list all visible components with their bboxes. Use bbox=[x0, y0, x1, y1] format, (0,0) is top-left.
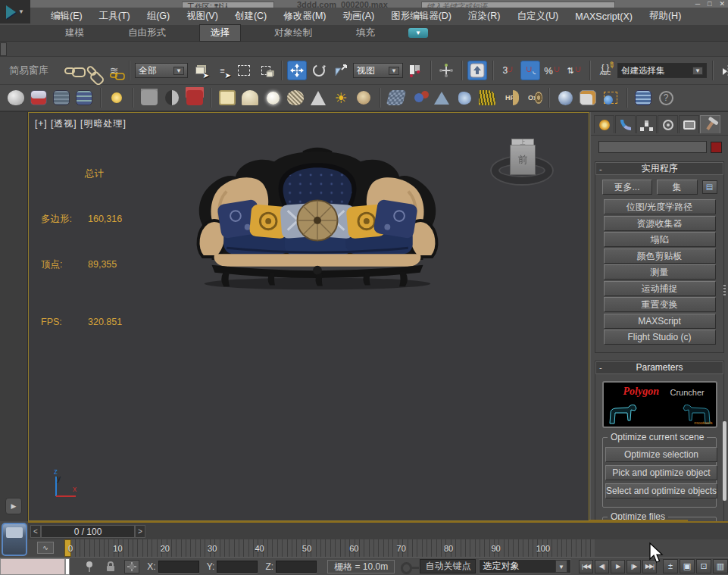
panel-scrollbar[interactable] bbox=[723, 421, 726, 501]
ribbon-tab-1[interactable]: 自由形式 bbox=[117, 25, 177, 41]
x-coordinate-field[interactable] bbox=[158, 561, 199, 573]
menu-item-9[interactable]: 自定义(U) bbox=[508, 8, 567, 25]
zoom-extents-selected-icon[interactable]: ⊡ bbox=[696, 559, 711, 573]
utility-button-3[interactable]: 颜色剪贴板 bbox=[604, 248, 716, 264]
foliage-icon[interactable] bbox=[477, 88, 497, 108]
optimize-button-1[interactable]: Pick and optimize object bbox=[605, 465, 717, 480]
space-warp-icon[interactable] bbox=[432, 88, 451, 108]
window-close-icon[interactable]: ✕ bbox=[719, 0, 725, 8]
select-and-move-icon[interactable] bbox=[287, 61, 307, 80]
window-crossing-icon[interactable] bbox=[256, 61, 276, 80]
sun-light-icon[interactable]: ☀ bbox=[331, 88, 351, 108]
playback-button-3[interactable]: ||▶ bbox=[626, 560, 641, 573]
utilities-rollout-header[interactable]: - 实用程序 bbox=[595, 162, 723, 175]
utility-button-8[interactable]: Flight Studio (c) bbox=[604, 330, 716, 345]
menu-item-5[interactable]: 修改器(M) bbox=[275, 8, 334, 25]
viewport-menu-pov[interactable]: [透视] bbox=[51, 118, 77, 129]
zoom-extents-icon[interactable]: ▣ bbox=[680, 559, 695, 573]
spinner-snap-icon[interactable]: ⇅∩ bbox=[564, 61, 584, 80]
menu-item-11[interactable]: 帮助(H) bbox=[641, 8, 689, 25]
tab-motion[interactable] bbox=[658, 115, 678, 133]
ribbon-tab-3[interactable]: 对象绘制 bbox=[264, 25, 323, 41]
viewcube-top-face[interactable]: 上 bbox=[511, 139, 534, 145]
pan-view-icon[interactable]: ▥ bbox=[713, 559, 728, 573]
spot-light-icon[interactable] bbox=[308, 88, 328, 108]
unlink-selection-icon[interactable] bbox=[82, 61, 102, 80]
material-map-navigator-icon[interactable] bbox=[578, 88, 598, 108]
area-light-icon[interactable] bbox=[217, 88, 237, 108]
max-logo[interactable]: ▼ bbox=[0, 0, 30, 23]
viewcube[interactable]: 前 上 bbox=[490, 139, 557, 187]
render-setup-icon[interactable] bbox=[52, 88, 71, 108]
ribbon-tab-0[interactable]: 建模 bbox=[55, 25, 95, 41]
track-bar[interactable]: ∿ 0102030405060708090100 bbox=[28, 539, 728, 557]
playback-button-0[interactable]: |◀◀ bbox=[579, 560, 593, 573]
noise-flower-icon[interactable] bbox=[455, 88, 474, 108]
maxscript-listener-edit[interactable] bbox=[65, 558, 70, 575]
zoom-mode-icon[interactable]: ± bbox=[663, 559, 678, 573]
sky-light-icon[interactable] bbox=[354, 88, 373, 108]
menu-item-3[interactable]: 视图(V) bbox=[178, 8, 227, 25]
maxscript-mini-listener[interactable] bbox=[0, 558, 65, 575]
select-and-manipulate-icon[interactable] bbox=[436, 61, 456, 80]
configure-button-sets-icon[interactable]: ▤ bbox=[702, 180, 717, 194]
key-filter-dropdown[interactable]: 选定对象▼ bbox=[479, 559, 571, 573]
camera-light-icon[interactable] bbox=[162, 88, 182, 108]
menu-item-6[interactable]: 动画(A) bbox=[334, 8, 383, 25]
set-keys-icon[interactable] bbox=[401, 562, 412, 574]
tab-modify[interactable] bbox=[615, 115, 636, 133]
percent-snap-icon[interactable]: %∩ bbox=[542, 61, 562, 80]
selection-filter-dropdown[interactable]: 全部▼ bbox=[135, 63, 188, 78]
named-selection-sets-dropdown[interactable]: 创建选择集▼ bbox=[617, 63, 707, 78]
menu-item-4[interactable]: 创建(C) bbox=[227, 8, 275, 25]
auto-key-button[interactable]: 自动关键点 bbox=[420, 559, 476, 573]
sphere-light-icon[interactable] bbox=[263, 88, 283, 108]
render-region-icon[interactable] bbox=[601, 88, 620, 108]
panel-scroll-handle[interactable] bbox=[723, 285, 726, 297]
sofa-model[interactable] bbox=[191, 143, 444, 292]
utility-button-4[interactable]: 测量 bbox=[604, 264, 716, 280]
utility-sets-button[interactable]: 集 bbox=[657, 180, 698, 195]
utility-button-0[interactable]: 位图/光度学路径 bbox=[604, 199, 716, 214]
mini-curve-editor-icon[interactable]: ∿ bbox=[37, 542, 54, 554]
snap-toggle-3d-icon[interactable]: 3∩ bbox=[498, 61, 518, 80]
scene-converter-icon[interactable] bbox=[633, 88, 653, 108]
window-maximize-icon[interactable]: □ bbox=[708, 0, 711, 8]
material-editor-icon[interactable] bbox=[29, 88, 48, 108]
object-color-swatch[interactable] bbox=[711, 142, 722, 153]
help-icon[interactable]: ? bbox=[656, 88, 676, 108]
wire-teapot-icon[interactable] bbox=[286, 88, 305, 108]
tab-create[interactable] bbox=[594, 115, 614, 133]
rectangular-selection-icon[interactable] bbox=[234, 61, 254, 80]
bind-space-warp-icon[interactable]: ≋ bbox=[104, 61, 123, 80]
menu-item-0[interactable]: 编辑(E) bbox=[42, 8, 91, 25]
menu-item-1[interactable]: 工具(T) bbox=[91, 8, 139, 25]
tab-utilities[interactable] bbox=[700, 115, 720, 133]
optimize-button-2[interactable]: Select and optimize objects bbox=[605, 483, 717, 498]
workspace-dropdown[interactable]: 工作区: 默认 bbox=[182, 2, 274, 8]
camera-icon[interactable] bbox=[139, 88, 159, 108]
hair-fur-icon[interactable]: HF bbox=[500, 88, 520, 108]
isolate-selection-icon[interactable] bbox=[82, 560, 97, 573]
select-by-name-icon[interactable]: ≡➤ bbox=[212, 61, 232, 80]
hair-ox-icon[interactable]: Ox bbox=[523, 88, 542, 108]
object-name-field[interactable] bbox=[598, 141, 707, 153]
tab-display[interactable] bbox=[679, 115, 699, 133]
menu-item-2[interactable]: 组(G) bbox=[139, 8, 179, 25]
playback-button-2[interactable]: ▶ bbox=[611, 560, 625, 573]
ribbon-minimize-dropdown[interactable]: ▼ bbox=[408, 28, 428, 38]
utility-button-6[interactable]: 重置变换 bbox=[604, 297, 716, 312]
use-pivot-center-icon[interactable] bbox=[405, 61, 425, 80]
molecule-icon[interactable] bbox=[409, 88, 429, 108]
menu-item-10[interactable]: MAXScript(X) bbox=[567, 9, 641, 24]
ribbon-tab-4[interactable]: 填充 bbox=[345, 25, 386, 41]
selection-lock-icon[interactable] bbox=[103, 560, 118, 573]
menu-item-7[interactable]: 图形编辑器(D) bbox=[383, 8, 460, 25]
viewport-layout-tab-button[interactable] bbox=[2, 523, 27, 556]
render-teapot-icon[interactable] bbox=[6, 88, 26, 108]
expand-panel-button[interactable]: ▶ bbox=[5, 498, 22, 514]
tab-hierarchy[interactable] bbox=[636, 115, 657, 133]
utility-button-1[interactable]: 资源收集器 bbox=[604, 216, 716, 231]
viewcube-front-face[interactable]: 前 bbox=[510, 145, 536, 175]
select-link-icon[interactable] bbox=[60, 61, 80, 80]
